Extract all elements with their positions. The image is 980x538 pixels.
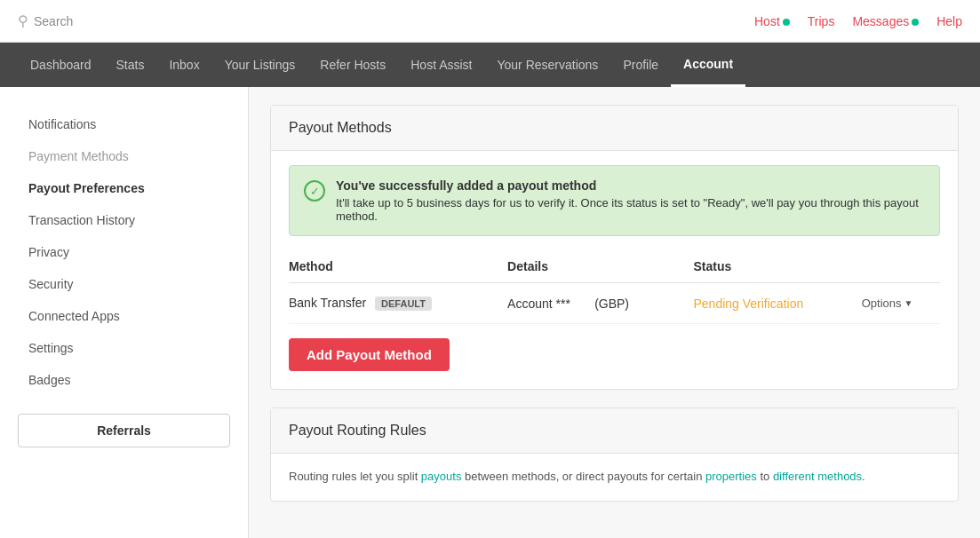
nav-item-stats[interactable]: Stats — [104, 43, 157, 87]
chevron-down-icon: ▼ — [904, 298, 913, 308]
col-details: Details — [507, 250, 693, 283]
help-link[interactable]: Help — [936, 14, 962, 28]
page-layout: Notifications Payment Methods Payout Pre… — [0, 87, 980, 538]
method-name: Bank Transfer — [289, 296, 366, 310]
table-row: Bank Transfer DEFAULT Account *** (GBP) … — [289, 283, 940, 324]
search-icon: ⚲ — [18, 12, 28, 29]
nav-item-host-assist[interactable]: Host Assist — [398, 43, 484, 87]
col-options-header — [862, 250, 940, 283]
payout-methods-card: Payout Methods ✓ You've successfully add… — [270, 105, 959, 390]
nav-bar: Dashboard Stats Inbox Your Listings Refe… — [0, 43, 980, 87]
status-pending: Pending Verification — [693, 297, 803, 311]
messages-dot — [912, 19, 919, 26]
sidebar-item-transaction-history[interactable]: Transaction History — [18, 204, 230, 236]
messages-link[interactable]: Messages — [852, 14, 919, 28]
nav-item-reservations[interactable]: Your Reservations — [484, 43, 610, 87]
sidebar-item-privacy[interactable]: Privacy — [18, 236, 230, 268]
main-content: Payout Methods ✓ You've successfully add… — [249, 87, 980, 538]
default-badge: DEFAULT — [375, 297, 432, 311]
search-label: Search — [34, 14, 73, 28]
nav-item-profile[interactable]: Profile — [610, 43, 671, 87]
sidebar-item-settings[interactable]: Settings — [18, 332, 230, 364]
sidebar: Notifications Payment Methods Payout Pre… — [0, 87, 249, 538]
payouts-link[interactable]: payouts — [421, 470, 462, 483]
options-label: Options — [862, 297, 902, 310]
success-alert: ✓ You've successfully added a payout met… — [289, 165, 940, 236]
status-cell: Pending Verification — [693, 283, 861, 324]
col-status: Status — [693, 250, 861, 283]
referrals-button[interactable]: Referrals — [18, 414, 230, 447]
routing-text-end: . — [862, 470, 865, 483]
trips-link[interactable]: Trips — [808, 14, 835, 28]
col-method: Method — [289, 250, 507, 283]
host-link[interactable]: Host — [754, 14, 790, 28]
routing-text-2: between methods, or direct payouts for c… — [461, 470, 705, 483]
payout-methods-title: Payout Methods — [271, 106, 958, 151]
options-cell: Options ▼ — [862, 283, 940, 324]
add-payout-button[interactable]: Add Payout Method — [289, 338, 450, 371]
properties-link[interactable]: properties — [705, 470, 757, 483]
success-icon: ✓ — [304, 180, 325, 202]
host-dot — [783, 19, 790, 26]
method-cell: Bank Transfer DEFAULT — [289, 283, 507, 324]
options-dropdown[interactable]: Options ▼ — [862, 297, 940, 310]
sidebar-item-security[interactable]: Security — [18, 268, 230, 300]
sidebar-item-payout-preferences[interactable]: Payout Preferences — [18, 172, 230, 204]
nav-item-listings[interactable]: Your Listings — [212, 43, 308, 87]
routing-rules-card: Payout Routing Rules Routing rules let y… — [270, 407, 959, 502]
routing-text-1: Routing rules let you split — [289, 470, 421, 483]
nav-item-account[interactable]: Account — [671, 43, 745, 87]
routing-text-3: to — [757, 470, 773, 483]
top-bar: ⚲ Search Host Trips Messages Help — [0, 0, 980, 43]
search-area[interactable]: ⚲ Search — [18, 12, 73, 29]
nav-item-inbox[interactable]: Inbox — [156, 43, 211, 87]
different-methods-link[interactable]: different methods — [773, 470, 862, 483]
details-cell: Account *** (GBP) — [507, 283, 693, 324]
top-nav-right: Host Trips Messages Help — [754, 14, 962, 28]
success-text: You've successfully added a payout metho… — [336, 178, 925, 223]
sidebar-item-payment-methods[interactable]: Payment Methods — [18, 140, 230, 172]
sidebar-item-connected-apps[interactable]: Connected Apps — [18, 300, 230, 332]
sidebar-item-badges[interactable]: Badges — [18, 364, 230, 396]
success-body: It'll take up to 5 business days for us … — [336, 196, 919, 223]
success-title: You've successfully added a payout metho… — [336, 178, 925, 193]
nav-item-dashboard[interactable]: Dashboard — [18, 43, 104, 87]
sidebar-item-notifications[interactable]: Notifications — [18, 108, 230, 140]
routing-rules-title: Payout Routing Rules — [271, 408, 958, 454]
payout-table: Method Details Status Bank Transfer DEFA… — [289, 250, 940, 324]
nav-item-refer-hosts[interactable]: Refer Hosts — [307, 43, 398, 87]
routing-rules-body: Routing rules let you split payouts betw… — [271, 454, 958, 501]
